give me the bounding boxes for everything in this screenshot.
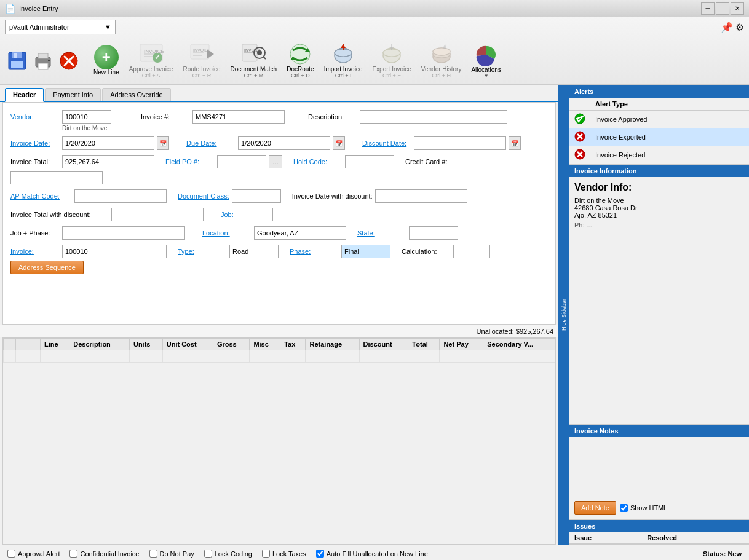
show-html-label[interactable]: Show HTML	[620, 504, 668, 512]
issues-header-row: Issue Resolved	[569, 532, 749, 544]
issues-header: Issues	[569, 520, 749, 532]
tab-header[interactable]: Header	[5, 88, 44, 102]
invoice-date-discount-input[interactable]	[375, 189, 467, 203]
invoice-date-label[interactable]: Invoice Date:	[10, 140, 60, 147]
document-match-button[interactable]: INVOICE Document Match Ctrl + M	[226, 40, 282, 82]
confidential-invoice-label: Confidential Invoice	[80, 550, 139, 558]
ap-match-input[interactable]	[74, 189, 167, 203]
approve-invoice-button[interactable]: INVOICE ✓ Approve Invoice Ctrl + A	[125, 40, 178, 82]
user-dropdown[interactable]: pVault Administrator ▼	[5, 20, 116, 34]
print-button[interactable]	[31, 49, 55, 73]
pin-icon[interactable]: 📌	[721, 22, 733, 33]
invoice-info-header: Invoice Information	[569, 165, 749, 177]
alerts-header: Alerts	[569, 85, 749, 98]
vendor-label[interactable]: Vendor:	[10, 113, 60, 120]
col-net-pay: Net Pay	[440, 338, 483, 350]
field-po-label[interactable]: Field PO #:	[165, 158, 215, 165]
credit-card-label: Credit Card #:	[405, 158, 454, 165]
location-label[interactable]: Location:	[202, 229, 252, 237]
credit-card-input[interactable]	[10, 171, 103, 184]
col-check2	[16, 338, 28, 350]
hide-sidebar-tab[interactable]: Hide Sidebar	[558, 85, 569, 545]
document-class-input[interactable]	[232, 189, 281, 203]
field-po-browse[interactable]: ...	[269, 155, 282, 168]
discount-date-label[interactable]: Discount Date:	[362, 140, 411, 147]
invoice-num-input[interactable]	[192, 110, 285, 124]
due-date-label[interactable]: Due Date:	[186, 140, 236, 147]
lock-taxes-checkbox[interactable]	[262, 550, 270, 558]
line-items-table-area: Line Description Units Unit Cost Gross M…	[2, 337, 556, 545]
calculation-input[interactable]	[453, 245, 490, 258]
alert-row-exported[interactable]: Invoice Exported	[569, 128, 749, 146]
vendor-info-section: Vendor Info: Dirt on the Move 42680 Casa…	[569, 177, 749, 234]
lock-coding-checkbox[interactable]	[204, 550, 212, 558]
state-input[interactable]	[409, 226, 458, 240]
status-value: New	[727, 550, 742, 558]
job-input[interactable]	[272, 208, 395, 221]
alerts-table: Alert Type Invoice Approved	[569, 98, 749, 164]
vendor-history-button[interactable]: Vendor History Ctrl + H	[417, 40, 466, 82]
address-sequence-button[interactable]: Address Sequence	[10, 261, 84, 274]
route-invoice-button[interactable]: INVOICE Route Invoice Ctrl + R	[178, 40, 224, 82]
add-note-button[interactable]: Add Note	[574, 501, 616, 515]
confidential-invoice-checkbox[interactable]	[69, 550, 77, 558]
right-sidebar-container: Hide Sidebar Alerts Alert Type	[558, 85, 749, 545]
field-po-input[interactable]	[217, 155, 266, 168]
discount-date-calendar[interactable]: 📅	[509, 136, 521, 150]
location-input[interactable]	[254, 226, 346, 240]
hide-sidebar-label: Hide Sidebar	[561, 299, 567, 331]
type-input[interactable]	[229, 245, 279, 258]
auto-fill-checkbox[interactable]	[316, 550, 324, 558]
description-input[interactable]	[360, 110, 507, 124]
invoice-input[interactable]	[62, 245, 167, 258]
sidebar-content: Alerts Alert Type	[569, 85, 749, 545]
vendor-input[interactable]	[62, 110, 111, 124]
do-not-pay-label: Do Not Pay	[160, 550, 194, 558]
discount-date-input[interactable]	[414, 136, 506, 150]
close-button[interactable]: ✕	[731, 2, 744, 15]
delete-button[interactable]	[57, 49, 81, 73]
docroute-button[interactable]: DocRoute Ctrl + D	[282, 40, 318, 82]
alerts-type-col: Alert Type	[590, 98, 749, 111]
auto-fill-label: Auto Fill Unallocated on New Line	[327, 550, 428, 558]
invoice-total-label: Invoice Total:	[10, 158, 60, 165]
dates-row: Invoice Date: 📅 Due Date: 📅 Discount Dat…	[10, 136, 548, 150]
type-label[interactable]: Type:	[178, 248, 227, 255]
settings-icon[interactable]: ⚙	[735, 22, 744, 33]
import-invoice-button[interactable]: Import Invoice Ctrl + I	[320, 40, 367, 82]
tab-payment-info[interactable]: Payment Info	[45, 88, 101, 101]
export-invoice-button[interactable]: Export Invoice Ctrl + E	[368, 40, 415, 82]
invoice-date-calendar[interactable]: 📅	[157, 136, 169, 150]
due-date-calendar[interactable]: 📅	[333, 136, 345, 150]
phase-input[interactable]	[341, 245, 390, 258]
minimize-button[interactable]: ─	[701, 2, 715, 15]
approval-alert-checkbox[interactable]	[7, 550, 15, 558]
do-not-pay-checkbox[interactable]	[149, 550, 157, 558]
allocations-button[interactable]: Allocations ▼	[467, 41, 505, 82]
hold-code-label[interactable]: Hold Code:	[293, 158, 343, 165]
invoice-total-input[interactable]	[62, 155, 154, 168]
invoice-date-input[interactable]	[62, 136, 154, 150]
job-label[interactable]: Job:	[221, 211, 270, 218]
invoice-label[interactable]: Invoice:	[10, 248, 60, 255]
show-html-checkbox[interactable]	[620, 504, 628, 512]
hold-code-input[interactable]	[345, 155, 394, 168]
job-phase-input[interactable]	[62, 226, 185, 240]
maximize-button[interactable]: □	[716, 2, 729, 15]
tab-address-override[interactable]: Address Override	[102, 88, 171, 101]
do-not-pay-item: Do Not Pay	[149, 550, 194, 558]
col-check1	[4, 338, 16, 350]
alert-row-rejected[interactable]: Invoice Rejected	[569, 146, 749, 164]
due-date-input[interactable]	[238, 136, 330, 150]
invoice-total-discount-input[interactable]	[111, 208, 204, 221]
ap-match-label[interactable]: AP Match Code:	[10, 192, 72, 200]
phase-label[interactable]: Phase:	[290, 248, 339, 255]
show-html-text: Show HTML	[630, 504, 668, 511]
save-button[interactable]	[5, 49, 30, 73]
svg-point-26	[257, 50, 262, 55]
state-label[interactable]: State:	[357, 229, 406, 237]
new-line-button[interactable]: + New Line	[89, 43, 124, 79]
document-class-label[interactable]: Document Class:	[178, 192, 229, 200]
col-discount: Discount	[359, 338, 408, 350]
alert-row-approved[interactable]: Invoice Approved	[569, 111, 749, 128]
